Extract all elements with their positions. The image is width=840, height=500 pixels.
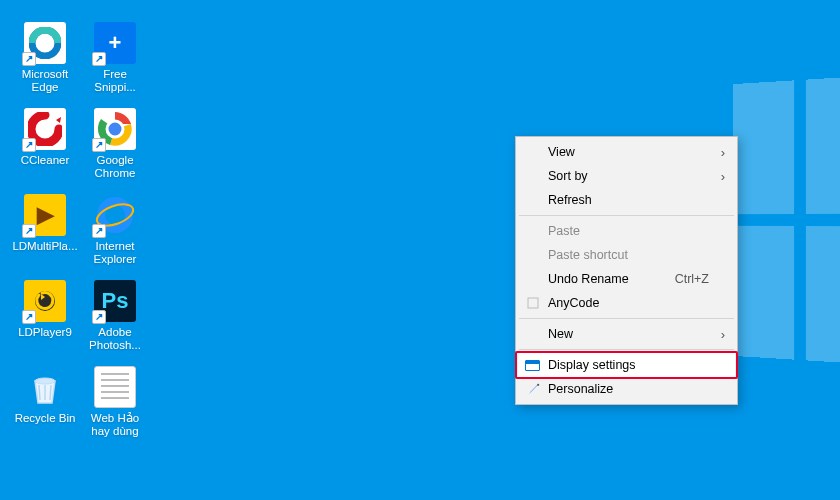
menu-separator	[519, 215, 734, 216]
menu-item-shortcut: Ctrl+Z	[675, 272, 709, 286]
chevron-right-icon: ›	[721, 327, 725, 342]
chevron-right-icon: ›	[721, 145, 725, 160]
desktop-icon-cc[interactable]: ↗CCleaner	[10, 108, 80, 194]
desktop-icon-label: Recycle Bin	[15, 412, 76, 425]
menu-item-label: Sort by	[548, 169, 588, 183]
menu-item-sort-by[interactable]: Sort by›	[518, 164, 735, 188]
menu-item-label: Paste	[548, 224, 580, 238]
desktop-context-menu: View›Sort by›RefreshPastePaste shortcutU…	[515, 136, 738, 405]
desktop-icon-ld[interactable]: ▶↗LDMultiPla...	[10, 194, 80, 280]
menu-separator	[519, 318, 734, 319]
edge-icon: ↗	[24, 22, 66, 64]
desktop-icon-label: Internet Explorer	[82, 240, 148, 266]
anycode-icon	[525, 295, 541, 311]
desktop-icon-label: LDPlayer9	[18, 326, 72, 339]
shortcut-arrow-icon: ↗	[22, 138, 36, 152]
shortcut-arrow-icon: ↗	[92, 138, 106, 152]
desktop-icon-doc[interactable]: Web Hảo hay dùng	[80, 366, 150, 452]
ie-icon: ↗	[94, 194, 136, 236]
desktop-icon-snip[interactable]: +↗Free Snippi...	[80, 22, 150, 108]
desktop-icon-ps[interactable]: Ps↗Adobe Photosh...	[80, 280, 150, 366]
menu-item-label: Paste shortcut	[548, 248, 628, 262]
menu-item-label: New	[548, 327, 573, 341]
doc-icon	[94, 366, 136, 408]
menu-item-undo-rename[interactable]: Undo RenameCtrl+Z	[518, 267, 735, 291]
menu-item-label: View	[548, 145, 575, 159]
desktop-icon-label: Google Chrome	[82, 154, 148, 180]
menu-item-personalize[interactable]: Personalize	[518, 377, 735, 401]
svg-rect-9	[528, 298, 538, 308]
ldp-icon: ↗	[24, 280, 66, 322]
menu-item-paste: Paste	[518, 219, 735, 243]
desktop-icon-label: LDMultiPla...	[12, 240, 77, 253]
menu-item-refresh[interactable]: Refresh	[518, 188, 735, 212]
snip-icon: +↗	[94, 22, 136, 64]
ld-icon: ▶↗	[24, 194, 66, 236]
shortcut-arrow-icon: ↗	[22, 310, 36, 324]
desktop-icon-bin[interactable]: Recycle Bin	[10, 366, 80, 452]
desktop-icon-edge[interactable]: ↗Microsoft Edge	[10, 22, 80, 108]
svg-point-8	[35, 378, 55, 384]
desktop-icon-chrome[interactable]: ↗Google Chrome	[80, 108, 150, 194]
menu-item-display-settings[interactable]: Display settings	[518, 353, 735, 377]
desktop-icon-label: Free Snippi...	[82, 68, 148, 94]
ps-icon: Ps↗	[94, 280, 136, 322]
desktop-icon-label: Web Hảo hay dùng	[82, 412, 148, 438]
menu-item-paste-shortcut: Paste shortcut	[518, 243, 735, 267]
shortcut-arrow-icon: ↗	[92, 52, 106, 66]
menu-separator	[519, 349, 734, 350]
desktop-icon-label: CCleaner	[21, 154, 70, 167]
desktop-icons-grid: ↗Microsoft Edge+↗Free Snippi...↗CCleaner…	[10, 22, 150, 452]
menu-item-view[interactable]: View›	[518, 140, 735, 164]
desktop-icon-ie[interactable]: ↗Internet Explorer	[80, 194, 150, 280]
desktop-icon-ldp[interactable]: ↗LDPlayer9	[10, 280, 80, 366]
shortcut-arrow-icon: ↗	[92, 224, 106, 238]
menu-item-label: Refresh	[548, 193, 592, 207]
desktop-icon-label: Microsoft Edge	[12, 68, 78, 94]
menu-item-label: AnyCode	[548, 296, 599, 310]
shortcut-arrow-icon: ↗	[22, 224, 36, 238]
personalize-icon	[525, 381, 541, 397]
monitor-icon	[525, 360, 540, 371]
svg-rect-10	[537, 383, 539, 385]
chrome-icon: ↗	[94, 108, 136, 150]
wallpaper-windows-logo	[733, 76, 840, 365]
shortcut-arrow-icon: ↗	[92, 310, 106, 324]
cc-icon: ↗	[24, 108, 66, 150]
shortcut-arrow-icon: ↗	[22, 52, 36, 66]
menu-item-label: Personalize	[548, 382, 613, 396]
bin-icon	[24, 366, 66, 408]
menu-item-new[interactable]: New›	[518, 322, 735, 346]
menu-item-anycode[interactable]: AnyCode	[518, 291, 735, 315]
chevron-right-icon: ›	[721, 169, 725, 184]
menu-item-label: Undo Rename	[548, 272, 629, 286]
menu-item-label: Display settings	[548, 358, 636, 372]
desktop-icon-label: Adobe Photosh...	[82, 326, 148, 352]
